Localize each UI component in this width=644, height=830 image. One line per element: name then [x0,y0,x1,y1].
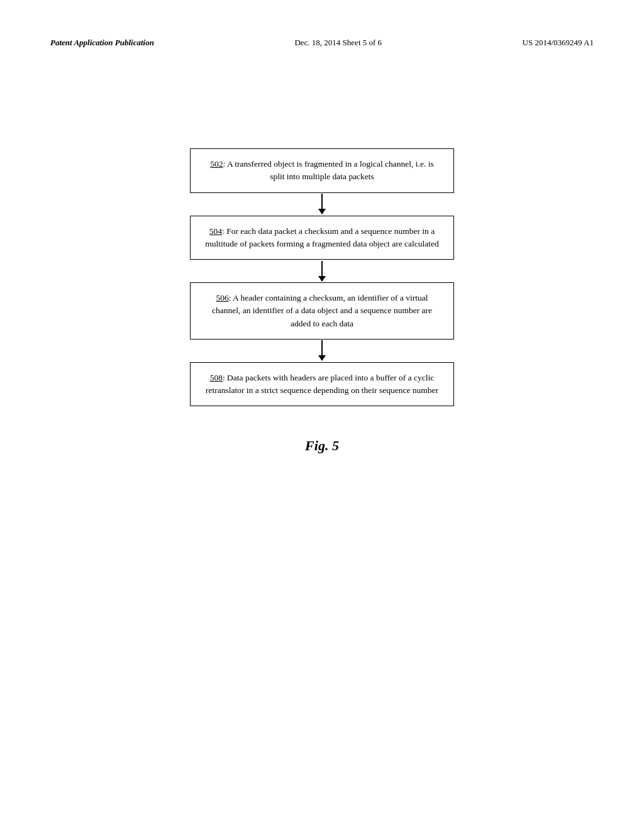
arrow-2 [318,260,326,282]
arrow-3 [318,340,326,362]
patent-page: Patent Application Publication Dec. 18, … [0,0,644,830]
header-center: Dec. 18, 2014 Sheet 5 of 6 [294,38,382,48]
step-504-text: 504: For each data packet a checksum and… [205,226,438,248]
header-right: US 2014/0369249 A1 [523,38,594,48]
arrow-head-2 [318,276,326,282]
arrow-line-3 [321,340,323,355]
step-502-text: 502: A transferred object is fragmented … [210,159,433,181]
flow-box-502: 502: A transferred object is fragmented … [190,148,454,193]
flowchart: 502: A transferred object is fragmented … [190,148,454,406]
flow-box-506: 506: A header containing a checksum, an … [190,282,454,340]
flow-box-508: 508: Data packets with headers are place… [190,362,454,407]
page-header: Patent Application Publication Dec. 18, … [50,38,594,48]
arrow-line-1 [321,194,323,209]
arrow-line-2 [321,261,323,276]
main-content: 502: A transferred object is fragmented … [50,148,594,454]
arrow-head-3 [318,355,326,361]
step-506-text: 506: A header containing a checksum, an … [212,293,432,328]
step-508-text: 508: Data packets with headers are place… [206,373,438,395]
arrow-1 [318,193,326,216]
header-left: Patent Application Publication [50,38,154,48]
flow-box-504: 504: For each data packet a checksum and… [190,216,454,260]
figure-caption: Fig. 5 [305,438,339,454]
arrow-head-1 [318,209,326,214]
